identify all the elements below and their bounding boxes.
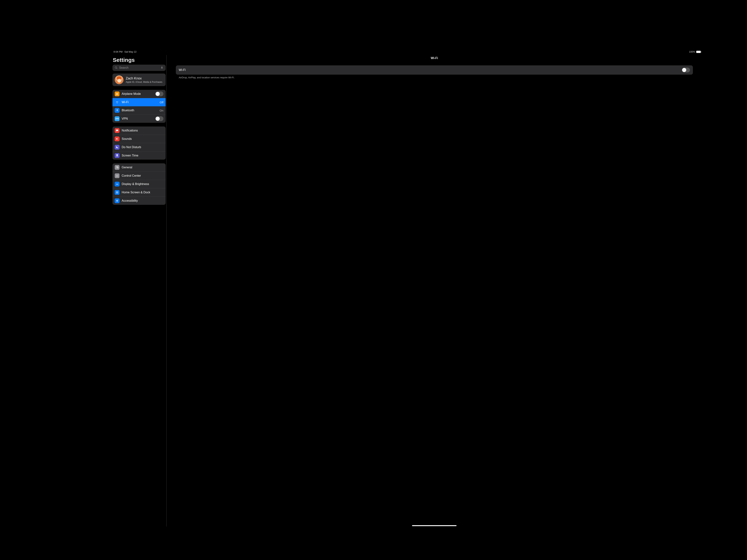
sidebar-item-label: Airplane Mode [122, 92, 153, 96]
status-time: 8:04 PM [113, 50, 123, 53]
sidebar-item-bluetooth[interactable]: Bluetooth On [112, 106, 165, 114]
accessibility-icon [115, 198, 120, 203]
connectivity-group: Airplane Mode Wi-Fi Off Bluetooth On VPN… [112, 90, 165, 123]
vpn-toggle[interactable] [155, 116, 163, 121]
sidebar-item-label: Control Center [122, 174, 163, 178]
dictate-icon[interactable] [160, 66, 163, 69]
sidebar-item-label: Accessibility [122, 199, 163, 203]
system-group: General Control Center AA Display & Brig… [112, 163, 165, 205]
wifi-row-label: Wi-Fi [179, 68, 186, 72]
moon-icon [115, 145, 120, 150]
sidebar-item-label: Do Not Disturb [122, 145, 163, 149]
grid-icon [115, 190, 120, 195]
apple-id-card[interactable]: Zach Knox Apple ID, iCloud, Media & Purc… [112, 74, 165, 86]
svg-point-1 [117, 199, 117, 200]
airplane-icon [115, 91, 120, 96]
detail-title: Wi-Fi [170, 55, 698, 65]
vpn-icon: VPN [115, 116, 120, 121]
sidebar-item-label: General [122, 166, 163, 169]
sidebar-item-label: Screen Time [122, 154, 163, 157]
wifi-footer-text: AirDrop, AirPlay, and location services … [170, 75, 698, 79]
hourglass-icon [115, 153, 120, 158]
account-name: Zach Knox [126, 77, 162, 80]
search-input[interactable] [119, 66, 159, 70]
svg-text:AA: AA [116, 183, 118, 185]
alerts-group: Notifications Sounds Do Not Disturb Scre… [112, 127, 165, 160]
sidebar-item-label: Sounds [122, 137, 163, 140]
home-indicator[interactable] [412, 525, 457, 526]
status-bar: 8:04 PM Sat May 22 100% [112, 50, 702, 55]
settings-screen: 8:04 PM Sat May 22 100% Settings Zach Kn… [112, 50, 702, 526]
sidebar-item-wifi[interactable]: Wi-Fi Off [112, 98, 165, 106]
sidebar-item-label: VPN [122, 117, 153, 121]
control-center-icon [115, 174, 120, 178]
sidebar-item-airplane-mode[interactable]: Airplane Mode [112, 90, 165, 98]
bluetooth-icon [115, 108, 120, 113]
sidebar-item-label: Home Screen & Dock [122, 191, 163, 194]
sidebar-item-label: Wi-Fi [122, 101, 157, 104]
avatar [115, 75, 124, 84]
sidebar-item-accessibility[interactable]: Accessibility [112, 196, 165, 205]
sidebar-item-screen-time[interactable]: Screen Time [112, 151, 165, 160]
detail-pane: Wi-Fi Wi-Fi AirDrop, AirPlay, and locati… [166, 55, 702, 526]
bluetooth-status: On [160, 109, 163, 112]
sidebar-item-label: Display & Brightness [122, 182, 163, 186]
airplane-mode-toggle[interactable] [155, 91, 163, 96]
gear-icon [115, 165, 120, 170]
sidebar-item-label: Notifications [122, 129, 163, 132]
display-icon: AA [115, 182, 120, 186]
sidebar-item-general[interactable]: General [112, 163, 165, 171]
wifi-status: Off [160, 101, 163, 104]
sidebar-item-display-brightness[interactable]: AA Display & Brightness [112, 180, 165, 188]
wifi-toggle[interactable] [682, 68, 690, 73]
battery-icon [696, 51, 701, 53]
search-icon [115, 66, 118, 69]
sidebar-item-do-not-disturb[interactable]: Do Not Disturb [112, 143, 165, 151]
battery-percentage: 100% [689, 50, 695, 53]
sidebar-item-vpn[interactable]: VPN VPN [112, 114, 165, 123]
sidebar-item-notifications[interactable]: Notifications [112, 127, 165, 135]
sidebar-item-control-center[interactable]: Control Center [112, 171, 165, 180]
sidebar-item-home-screen-dock[interactable]: Home Screen & Dock [112, 188, 165, 196]
wifi-master-row[interactable]: Wi-Fi [176, 65, 693, 75]
sidebar-item-label: Bluetooth [122, 109, 157, 112]
notifications-icon [115, 128, 120, 133]
status-date: Sat May 22 [124, 50, 136, 53]
wifi-card: Wi-Fi [176, 65, 693, 75]
sidebar-item-sounds[interactable]: Sounds [112, 135, 165, 143]
account-subtitle: Apple ID, iCloud, Media & Purchases [126, 81, 162, 83]
page-title: Settings [113, 57, 166, 63]
wifi-icon [115, 100, 120, 105]
settings-sidebar[interactable]: Settings Zach Knox Apple ID, iCloud, Med… [112, 55, 166, 526]
search-field[interactable] [112, 64, 165, 71]
sounds-icon [115, 136, 120, 141]
